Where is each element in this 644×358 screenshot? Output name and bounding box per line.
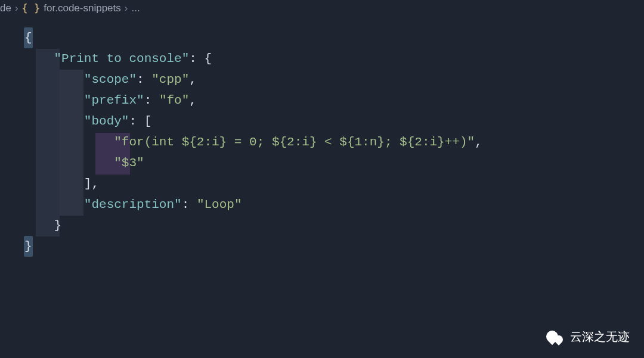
- breadcrumb-folder-label: de: [0, 2, 11, 14]
- breadcrumb-tail-label: ...: [131, 2, 140, 14]
- breadcrumb-file-label: for.code-snippets: [44, 2, 120, 14]
- code-line[interactable]: "Print to console": {: [24, 48, 644, 69]
- wechat-icon: [546, 329, 564, 345]
- json-key: "body": [84, 111, 129, 132]
- code-line[interactable]: ],: [24, 173, 644, 194]
- code-line[interactable]: "for(int ${2:i} = 0; ${2:i} < ${1:n}; ${…: [24, 132, 644, 152]
- json-key: "description": [84, 194, 182, 215]
- brace-open: {: [24, 27, 33, 48]
- json-string: "fo": [159, 90, 189, 111]
- breadcrumb-tail[interactable]: ...: [131, 2, 140, 14]
- json-key: "Print to console": [54, 48, 189, 69]
- json-key: "prefix": [84, 90, 144, 111]
- code-line[interactable]: "$3": [24, 152, 644, 173]
- code-line[interactable]: }: [24, 236, 644, 257]
- brace-open: {: [204, 48, 212, 69]
- code-editor[interactable]: { "Print to console": { "scope": "cpp", …: [0, 17, 644, 257]
- brace-close: }: [24, 236, 33, 257]
- code-line[interactable]: "body": [: [24, 111, 644, 132]
- breadcrumb[interactable]: de › { } for.code-snippets › ...: [0, 0, 644, 17]
- json-string: "for(int ${2:i} = 0; ${2:i} < ${1:n}; ${…: [114, 132, 475, 152]
- breadcrumb-file[interactable]: { } for.code-snippets: [22, 2, 121, 14]
- brace-close: }: [54, 215, 61, 236]
- watermark: 云深之无迹: [546, 329, 630, 345]
- json-key: "scope": [84, 69, 137, 90]
- watermark-text: 云深之无迹: [570, 329, 630, 345]
- braces-icon: { }: [22, 2, 41, 14]
- json-string: "Loop": [197, 194, 242, 215]
- chevron-right-icon: ›: [125, 2, 128, 14]
- code-line[interactable]: "description": "Loop": [24, 194, 644, 215]
- code-line[interactable]: {: [24, 27, 644, 48]
- breadcrumb-folder[interactable]: de: [0, 2, 11, 14]
- code-content[interactable]: { "Print to console": { "scope": "cpp", …: [24, 27, 644, 257]
- code-line[interactable]: }: [24, 215, 644, 236]
- json-string: "cpp": [151, 69, 189, 90]
- bracket-close: ]: [84, 173, 92, 194]
- json-string: "$3": [114, 152, 144, 173]
- code-line[interactable]: "prefix": "fo",: [24, 90, 644, 111]
- bracket-open: [: [144, 111, 152, 132]
- chevron-right-icon: ›: [15, 2, 18, 14]
- code-line[interactable]: "scope": "cpp",: [24, 69, 644, 90]
